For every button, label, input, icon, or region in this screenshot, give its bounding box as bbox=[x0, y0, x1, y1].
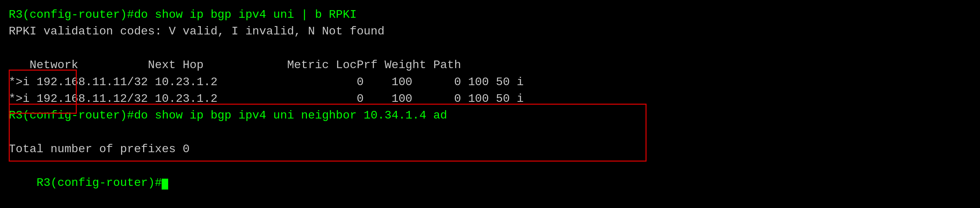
route-row-1: *>i 192.168.11.11/32 10.23.1.2 0 100 0 1… bbox=[9, 74, 971, 91]
terminal-cursor bbox=[162, 179, 168, 189]
highlight-box-command2 bbox=[9, 104, 647, 162]
table-header-line: Network Next Hop Metric LocPrf Weight Pa… bbox=[9, 57, 971, 73]
prompt-text: R3(config-router)# bbox=[37, 176, 162, 189]
command-line-1: R3(config-router)#do show ip bgp ipv4 un… bbox=[9, 6, 971, 23]
prompt-line: R3(config-router)# bbox=[9, 158, 971, 208]
terminal-window: R3(config-router)#do show ip bgp ipv4 un… bbox=[9, 6, 971, 202]
rpki-validation-line: RPKI validation codes: V valid, I invali… bbox=[9, 23, 971, 40]
blank-line-1 bbox=[9, 40, 971, 57]
